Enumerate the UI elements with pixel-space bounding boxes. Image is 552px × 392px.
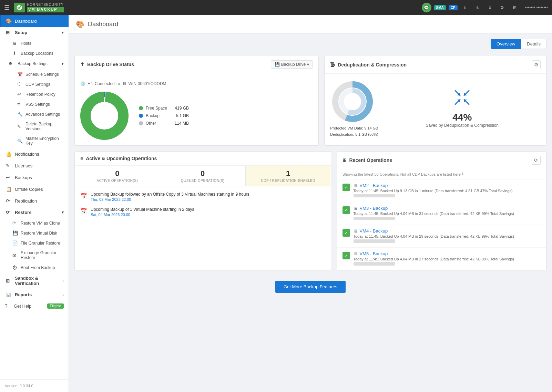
topbar: ☰ HORNETSECURITY VM BACKUP 💬 SMA CP ℹ ⚠ … — [0, 0, 552, 15]
sidebar-footer: ? Get Help Eligible — [0, 300, 69, 311]
sidebar-item-restore-clone[interactable]: ⟳ Restore VM as Clone — [0, 218, 69, 228]
ops-event-1-content: Upcoming Backup followed by an Offsite C… — [91, 192, 249, 202]
sidebar-item-schedule[interactable]: 📅 Schedule Settings — [0, 69, 69, 79]
share-icon-btn[interactable]: ⚙ — [498, 3, 507, 12]
boot-backup-icon: ⏻ — [12, 265, 18, 270]
sidebar-item-boot-backup[interactable]: ⏻ Boot From Backup — [0, 262, 69, 272]
sidebar-item-backups[interactable]: ↩ Backups — [0, 172, 69, 183]
backup-drive-title: Backup Drive Status — [87, 62, 134, 67]
tab-details[interactable]: Details — [521, 39, 546, 49]
backup-settings-chevron: ▾ — [62, 62, 64, 66]
sidebar-item-replication[interactable]: ⟳ Replication — [0, 195, 69, 207]
sidebar-item-notifications[interactable]: 🔔 Notifications — [0, 148, 69, 160]
ops-event-2-icon: 📅 — [80, 208, 87, 214]
sandbox-chevron: › — [62, 279, 64, 283]
active-ops-label: ACTIVE OPERATION(S) — [78, 179, 156, 183]
sidebar-item-dashboard[interactable]: 🎨 Dashboard — [0, 15, 69, 27]
logo-image — [14, 3, 25, 12]
sidebar-item-advanced[interactable]: 🔧 Advanced Settings — [0, 109, 69, 119]
active-ops-card: ≡ Active & Upcoming Operations 0 ACTIVE … — [74, 151, 331, 270]
replication-icon: ⟳ — [6, 198, 12, 204]
backups-icon: ↩ — [6, 175, 12, 180]
sidebar: 🎨 Dashboard ⊞ Setup ▾ 🖥 Hosts ⬇ Backup L… — [0, 15, 69, 392]
ops-event-1: 📅 Upcoming Backup followed by an Offsite… — [75, 189, 331, 204]
dedup-donut — [330, 79, 375, 124]
vss-icon: ≡ — [17, 102, 23, 107]
recent-ops-header: ⊞ Recent Operations ⟳ — [337, 152, 546, 169]
sidebar-item-sandbox[interactable]: ⊞ Sandbox & Verification › — [0, 272, 69, 289]
brand-text: HORNETSECURITY VM BACKUP — [27, 3, 64, 12]
info-icon-btn[interactable]: ℹ — [460, 3, 470, 12]
dedup-labels: Protected VM Data: 9.14 GB Deduplication… — [330, 125, 378, 137]
backup-drive-button[interactable]: 💾 Backup Drive ▾ — [271, 60, 313, 69]
list-icon-btn[interactable]: ≡ — [485, 3, 495, 12]
schedule-icon: 📅 — [17, 72, 23, 77]
server-icon: 🖥 — [122, 81, 126, 86]
notifications-icon: 🔔 — [6, 151, 12, 157]
vm3-vm-icon: 🖥 — [354, 206, 358, 211]
active-ops-title: Active & Upcoming Operations — [86, 156, 157, 161]
active-ops-title-area: ≡ Active & Upcoming Operations — [80, 156, 157, 161]
vm5-desc: Today at 11:45: Backed Up 4.04 MB in 27 … — [354, 257, 541, 261]
dedup-right: 44% Saved by Deduplication & Compression — [384, 89, 541, 128]
backup-value: 5.1 GB — [170, 113, 189, 118]
sidebar-item-encryption[interactable]: 🔍 Master Encryption Key — [0, 134, 69, 148]
offsite-icon: 📋 — [6, 186, 12, 192]
licenses-icon: ✎ — [6, 163, 12, 168]
drive-donut-chart — [80, 92, 129, 140]
vm4-check-icon: ✓ — [343, 229, 350, 237]
sidebar-item-offsite[interactable]: 📋 Offsite Copies — [0, 183, 69, 195]
cp-badge[interactable]: CP — [449, 5, 458, 10]
menu-icon[interactable]: ☰ — [4, 4, 10, 11]
sidebar-item-reports[interactable]: 📊 Reports › — [0, 289, 69, 300]
vm5-vm-icon: 🖥 — [354, 251, 358, 256]
sidebar-section-setup[interactable]: ⊞ Setup ▾ — [0, 27, 69, 38]
drive-icon: 💿 — [80, 81, 85, 86]
eligible-badge: Eligible — [47, 303, 64, 309]
setup-sub-items: 🖥 Hosts ⬇ Backup Locations ⚙ Backup Sett… — [0, 38, 69, 148]
main-layout: 🎨 Dashboard ⊞ Setup ▾ 🖥 Hosts ⬇ Backup L… — [0, 15, 552, 392]
get-more-features-button[interactable]: Get More Backup Features — [275, 281, 346, 293]
backup-locations-icon: ⬇ — [12, 51, 18, 56]
sidebar-item-file-restore[interactable]: 📄 File Granular Restore — [0, 238, 69, 248]
tab-overview[interactable]: Overview — [491, 39, 521, 49]
sandbox-icon: ⊞ — [6, 278, 12, 283]
sidebar-item-licenses[interactable]: ✎ Licenses — [0, 160, 69, 172]
connected-label: Connected To — [95, 81, 120, 86]
sidebar-item-delete-backup[interactable]: ✎ Delete Backup Versions — [0, 119, 69, 134]
free-space-label: Free Space — [146, 106, 167, 111]
ops-stats: 0 ACTIVE OPERATION(S) 0 QUEUED OPERATION… — [75, 166, 331, 186]
sidebar-item-cdp[interactable]: 🛡 CDP Settings — [0, 79, 69, 89]
recent-ops-icon: ⊞ — [343, 157, 347, 163]
vm2-blurred — [354, 194, 395, 197]
sidebar-item-exchange-restore[interactable]: ✉ Exchange Granular Restore — [0, 248, 69, 262]
sidebar-item-retention[interactable]: ↩ Retention Policy — [0, 89, 69, 99]
windows-icon-btn[interactable]: ⊞ — [510, 3, 520, 12]
chat-icon-btn[interactable]: 💬 — [422, 3, 431, 12]
backup-drive-upload-icon: ⬆ — [80, 62, 84, 67]
recent-op-vm4: ✓ 🖥 VM4 - Backup Today at 11:45: Backed … — [337, 225, 546, 248]
vm2-content: 🖥 VM2 - Backup Today at 11:45: Backed Up… — [354, 183, 541, 198]
reports-icon: 📊 — [6, 292, 12, 297]
sidebar-section-restore[interactable]: ⟳ Restore ▾ — [0, 207, 69, 218]
drive-label: E:\ — [88, 81, 93, 86]
sma-badge[interactable]: SMA — [434, 5, 446, 10]
vm5-blurred — [354, 262, 395, 266]
sidebar-item-vss[interactable]: ≡ VSS Settings — [0, 99, 69, 109]
protected-vm-value: 9.14 GB — [364, 126, 378, 130]
file-restore-icon: 📄 — [12, 240, 18, 246]
vm4-vm-icon: 🖥 — [354, 229, 358, 234]
sidebar-item-backup-locations[interactable]: ⬇ Backup Locations — [0, 48, 69, 58]
sidebar-item-get-help[interactable]: ? Get Help — [5, 303, 31, 309]
content-header-icon: 🎨 — [76, 20, 84, 28]
ops-event-2-text: Upcoming Backup of 1 Virtual Machine sta… — [91, 207, 194, 212]
sidebar-version: Version: 9.0.34.0 — [0, 379, 69, 392]
sidebar-item-restore-disk[interactable]: 💾 Restore Virtual Disk — [0, 228, 69, 238]
setup-icon: ⊞ — [6, 30, 12, 35]
dedup-gear-button[interactable]: ⚙ — [532, 60, 541, 69]
backup-label: Backup — [146, 113, 167, 118]
sidebar-item-backup-settings[interactable]: ⚙ Backup Settings ▾ — [0, 58, 69, 69]
sidebar-item-hosts[interactable]: 🖥 Hosts — [0, 38, 69, 48]
alert-icon-btn[interactable]: ⚠ — [473, 3, 482, 12]
recent-ops-refresh-button[interactable]: ⟳ — [532, 156, 541, 165]
